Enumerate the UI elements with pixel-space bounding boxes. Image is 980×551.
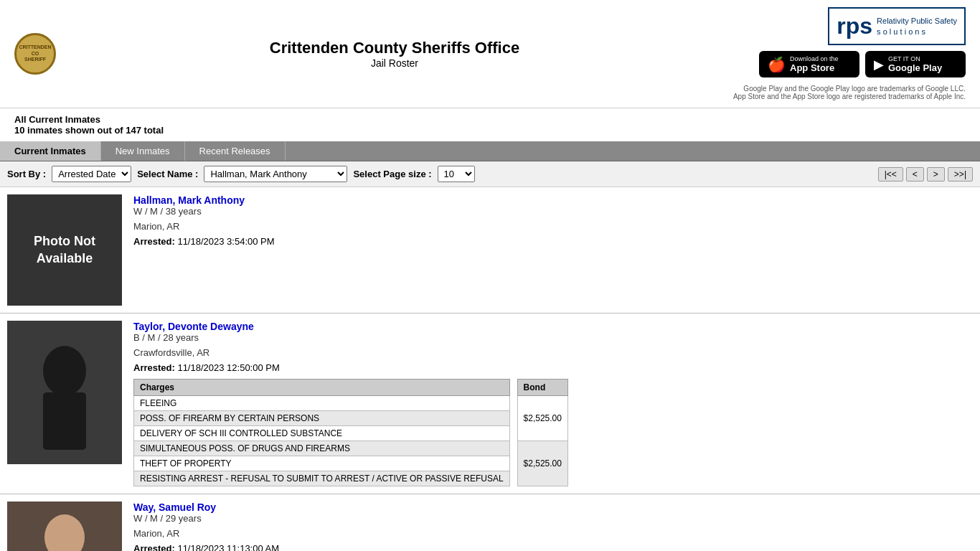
inmate-details: Way, Samuel Roy W / M / 29 years Marion,… (133, 501, 973, 551)
page-header: CRITTENDEN COSHERIFF Crittenden County S… (0, 0, 980, 108)
google-play-text: GET IT ON Google Play (888, 55, 942, 73)
charges-table: Charges FLEEING POSS. OF FIREARM BY CERT… (133, 379, 510, 486)
google-play-icon: ▶ (874, 57, 884, 72)
inmate-photo-placeholder: Photo NotAvailable (7, 194, 122, 306)
rps-logo-text: rps (837, 13, 872, 39)
inmate-demographics: B / M / 28 years (133, 332, 973, 343)
header-center: Crittenden County Sheriffs Office Jail R… (56, 39, 733, 69)
inmate-location: Crawfordsville, AR (133, 347, 973, 358)
inmate-details: Taylor, Devonte Dewayne B / M / 28 years… (133, 321, 973, 486)
app-store-button[interactable]: 🍎 Download on the App Store (759, 51, 859, 77)
sort-by-label: Sort By : (7, 169, 46, 179)
tab-recent-releases[interactable]: Recent Releases (185, 141, 286, 161)
inmate-name[interactable]: Taylor, Devonte Dewayne (133, 321, 254, 332)
app-disclaimer: Google Play and the Google Play logo are… (733, 85, 966, 100)
tab-new-inmates[interactable]: New Inmates (101, 141, 185, 161)
svg-rect-2 (43, 392, 86, 450)
page-next-button[interactable]: > (927, 167, 945, 182)
bond-row: $2,525.00 (517, 396, 567, 441)
inmate-demographics: W / M / 38 years (133, 206, 973, 217)
inmate-arrested: Arrested: 11/18/2023 3:54:00 PM (133, 236, 973, 247)
bond-row: $2,525.00 (517, 441, 567, 486)
charge-row: THEFT OF PROPERTY (134, 456, 510, 471)
tab-current-inmates[interactable]: Current Inmates (0, 141, 101, 161)
current-inmates-label: All Current Inmates (14, 114, 966, 125)
inmate-photo (7, 501, 122, 551)
page-prev-button[interactable]: < (906, 167, 924, 182)
inmate-location: Marion, AR (133, 528, 973, 539)
app-buttons: 🍎 Download on the App Store ▶ GET IT ON … (759, 51, 966, 77)
apple-icon: 🍎 (768, 56, 786, 73)
inmate-row: Taylor, Devonte Dewayne B / M / 28 years… (0, 314, 980, 494)
rps-logo: rps Relativity Public Safety s o l u t i… (828, 7, 966, 45)
bond-table: Bond $2,525.00 $2,525.00 (517, 379, 568, 486)
page-first-button[interactable]: |<< (878, 167, 903, 182)
inmate-name[interactable]: Hallman, Mark Anthony (133, 194, 245, 206)
page-last-button[interactable]: >>| (948, 167, 973, 182)
charge-row: DELIVERY OF SCH III CONTROLLED SUBSTANCE (134, 426, 510, 441)
inmate-location: Marion, AR (133, 221, 973, 232)
page-title: Crittenden County Sheriffs Office (56, 39, 733, 57)
charges-container: Charges FLEEING POSS. OF FIREARM BY CERT… (133, 379, 973, 486)
inmate-details: Hallman, Mark Anthony W / M / 38 years M… (133, 194, 973, 306)
inmate-arrested: Arrested: 11/18/2023 11:13:00 AM (133, 543, 973, 551)
header-right: rps Relativity Public Safety s o l u t i… (733, 7, 966, 100)
inmate-count: 10 inmates shown out of 147 total (14, 125, 966, 136)
select-name-dropdown[interactable]: Hallman, Mark Anthony Taylor, Devonte De… (204, 166, 347, 182)
select-name-label: Select Name : (137, 169, 198, 179)
inmate-photo (7, 321, 122, 464)
app-store-text: Download on the App Store (790, 55, 839, 73)
sort-by-select[interactable]: Arrested Date Name Bond (52, 166, 131, 182)
charge-row: SIMULTANEOUS POSS. OF DRUGS AND FIREARMS (134, 441, 510, 456)
sort-bar: Sort By : Arrested Date Name Bond Select… (0, 161, 980, 187)
inmate-arrested: Arrested: 11/18/2023 12:50:00 PM (133, 362, 973, 373)
charge-row: RESISTING ARREST - REFUSAL TO SUBMIT TO … (134, 471, 510, 486)
nav-tabs: Current Inmates New Inmates Recent Relea… (0, 141, 980, 161)
google-play-button[interactable]: ▶ GET IT ON Google Play (865, 51, 966, 77)
rps-tagline: Relativity Public Safety s o l u t i o n… (877, 16, 957, 37)
inmate-row: Way, Samuel Roy W / M / 29 years Marion,… (0, 494, 980, 551)
svg-point-1 (43, 346, 86, 396)
inmate-name[interactable]: Way, Samuel Roy (133, 501, 216, 513)
pagination: |<< < > >>| (878, 167, 973, 182)
charge-row: FLEEING (134, 396, 510, 411)
page-subtitle: Jail Roster (56, 57, 733, 69)
charges-header: Charges (134, 380, 510, 396)
bond-header: Bond (517, 380, 567, 396)
page-size-label: Select Page size : (353, 169, 431, 179)
info-bar: All Current Inmates 10 inmates shown out… (0, 108, 980, 141)
inmate-row: Photo NotAvailable Hallman, Mark Anthony… (0, 187, 980, 314)
charge-row: POSS. OF FIREARM BY CERTAIN PERSONS (134, 411, 510, 426)
inmate-demographics: W / M / 29 years (133, 513, 973, 524)
page-size-select[interactable]: 10 25 50 100 (438, 166, 475, 182)
sheriff-badge: CRITTENDEN COSHERIFF (14, 33, 56, 75)
